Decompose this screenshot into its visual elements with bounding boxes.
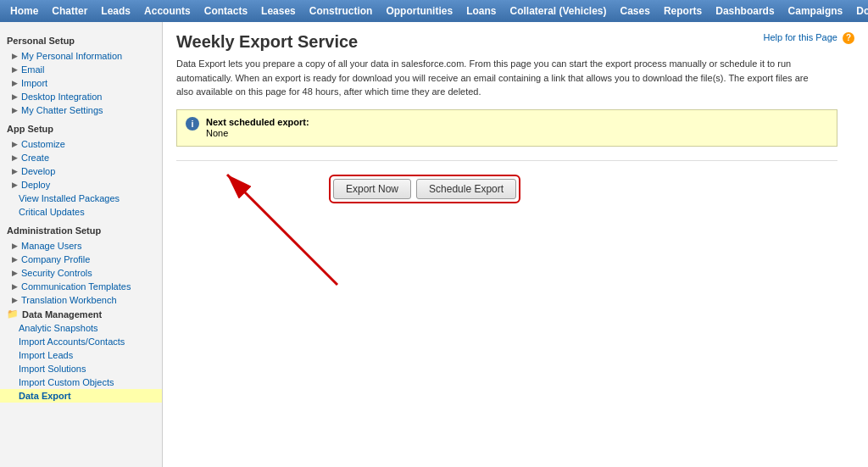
- arrow-icon: ▶: [12, 52, 18, 60]
- nav-loans[interactable]: Loans: [459, 2, 503, 20]
- sidebar-item-customize[interactable]: ▶ Customize: [0, 137, 162, 151]
- sidebar-item-data-management[interactable]: 📁 Data Management: [0, 307, 162, 321]
- sidebar-item-chatter-settings[interactable]: ▶ My Chatter Settings: [0, 103, 162, 117]
- button-group: Export Now Schedule Export: [329, 175, 520, 203]
- sidebar-label: Import: [21, 78, 47, 88]
- export-now-button[interactable]: Export Now: [333, 179, 411, 199]
- sidebar-item-desktop-integration[interactable]: ▶ Desktop Integration: [0, 90, 162, 103]
- page-title: Weekly Export Service: [176, 32, 854, 52]
- info-label: Next scheduled export:: [206, 117, 309, 127]
- sidebar-label: Deploy: [21, 180, 50, 190]
- nav-reports[interactable]: Reports: [657, 2, 709, 20]
- arrow-icon: ▶: [12, 255, 18, 264]
- nav-construction[interactable]: Construction: [303, 2, 380, 20]
- nav-dashboards[interactable]: Dashboards: [709, 2, 781, 20]
- info-value: None: [206, 128, 228, 138]
- help-text: Help for this Page: [764, 32, 837, 42]
- info-box: i Next scheduled export: None: [176, 109, 837, 147]
- sidebar-label: Company Profile: [21, 254, 90, 264]
- nav-leads[interactable]: Leads: [94, 2, 137, 20]
- sidebar-item-manage-users[interactable]: ▶ Manage Users: [0, 239, 162, 253]
- sidebar-item-import[interactable]: ▶ Import: [0, 76, 162, 90]
- nav-opportunities[interactable]: Opportunities: [379, 2, 459, 20]
- arrow-icon: ▶: [12, 282, 18, 291]
- arrow-icon: ▶: [12, 269, 18, 277]
- sidebar: Personal Setup ▶ My Personal Information…: [0, 22, 163, 467]
- sidebar-item-email[interactable]: ▶ Email: [0, 63, 162, 76]
- nav-leases[interactable]: Leases: [254, 2, 303, 20]
- sidebar-item-import-leads[interactable]: Import Leads: [0, 348, 162, 362]
- nav-home[interactable]: Home: [3, 2, 45, 20]
- sidebar-item-security-controls[interactable]: ▶ Security Controls: [0, 266, 162, 280]
- nav-chatter[interactable]: Chatter: [45, 2, 94, 20]
- sidebar-label: Data Management: [22, 309, 102, 320]
- schedule-export-button[interactable]: Schedule Export: [416, 179, 516, 199]
- personal-setup-title: Personal Setup: [0, 29, 162, 49]
- sidebar-label: Security Controls: [21, 268, 92, 278]
- top-nav: Home Chatter Leads Accounts Contacts Lea…: [0, 0, 868, 22]
- app-setup-title: App Setup: [0, 117, 162, 137]
- sidebar-label: My Chatter Settings: [21, 105, 103, 115]
- sidebar-label: Desktop Integration: [21, 92, 102, 102]
- sidebar-item-import-solutions[interactable]: Import Solutions: [0, 362, 162, 375]
- description-text: Data Export lets you prepare a copy of a…: [176, 57, 821, 99]
- info-icon: i: [186, 117, 199, 131]
- arrow-icon: ▶: [12, 296, 18, 304]
- sidebar-item-create[interactable]: ▶ Create: [0, 151, 162, 164]
- sidebar-item-deploy[interactable]: ▶ Deploy: [0, 178, 162, 192]
- arrow-icon: ▶: [12, 167, 18, 175]
- sidebar-item-analytic-snapshots[interactable]: Analytic Snapshots: [0, 321, 162, 335]
- admin-setup-title: Administration Setup: [0, 219, 162, 239]
- nav-accounts[interactable]: Accounts: [137, 2, 198, 20]
- help-icon: ?: [843, 32, 854, 44]
- sidebar-item-my-personal-info[interactable]: ▶ My Personal Information: [0, 49, 162, 63]
- sidebar-label: Translation Workbench: [21, 295, 117, 305]
- sidebar-label: Manage Users: [21, 241, 82, 251]
- sidebar-label: Email: [21, 64, 45, 75]
- nav-cases[interactable]: Cases: [614, 2, 657, 20]
- nav-contacts[interactable]: Contacts: [198, 2, 254, 20]
- sidebar-item-view-installed-packages[interactable]: View Installed Packages: [0, 192, 162, 205]
- nav-collateral[interactable]: Collateral (Vehicles): [503, 2, 613, 20]
- sidebar-label: Communication Templates: [21, 281, 131, 292]
- sidebar-item-company-profile[interactable]: ▶ Company Profile: [0, 253, 162, 266]
- nav-campaigns[interactable]: Campaigns: [782, 2, 850, 20]
- button-row: Export Now Schedule Export: [176, 175, 854, 203]
- sidebar-item-data-export[interactable]: Data Export: [0, 389, 162, 403]
- arrow-icon: ▶: [12, 153, 18, 162]
- sidebar-item-import-accounts-contacts[interactable]: Import Accounts/Contacts: [0, 335, 162, 348]
- layout: Personal Setup ▶ My Personal Information…: [0, 22, 868, 467]
- sidebar-label: Create: [21, 153, 49, 163]
- info-text: Next scheduled export: None: [206, 117, 309, 139]
- sidebar-item-import-custom-objects[interactable]: Import Custom Objects: [0, 375, 162, 389]
- sidebar-label: Customize: [21, 139, 65, 149]
- sidebar-label: Develop: [21, 166, 55, 176]
- arrow-icon: ▶: [12, 65, 18, 74]
- arrow-icon: ▶: [12, 140, 18, 148]
- content-area: Export Now Schedule Export: [176, 175, 854, 203]
- help-link[interactable]: Help for this Page ?: [764, 32, 855, 44]
- sidebar-item-develop[interactable]: ▶ Develop: [0, 164, 162, 178]
- sidebar-item-translation-workbench[interactable]: ▶ Translation Workbench: [0, 293, 162, 307]
- nav-document[interactable]: Document: [849, 2, 868, 20]
- arrow-icon: ▶: [12, 79, 18, 87]
- arrow-icon: ▶: [12, 106, 18, 114]
- arrow-icon: ▶: [12, 181, 18, 189]
- divider: [176, 160, 837, 161]
- arrow-icon: ▶: [12, 242, 18, 250]
- sidebar-item-critical-updates[interactable]: Critical Updates: [0, 205, 162, 219]
- sidebar-label: My Personal Information: [21, 51, 122, 61]
- folder-icon: 📁: [7, 309, 19, 320]
- arrow-icon: ▶: [12, 92, 18, 101]
- main-content: Weekly Export Service Help for this Page…: [163, 22, 868, 467]
- sidebar-item-communication-templates[interactable]: ▶ Communication Templates: [0, 280, 162, 293]
